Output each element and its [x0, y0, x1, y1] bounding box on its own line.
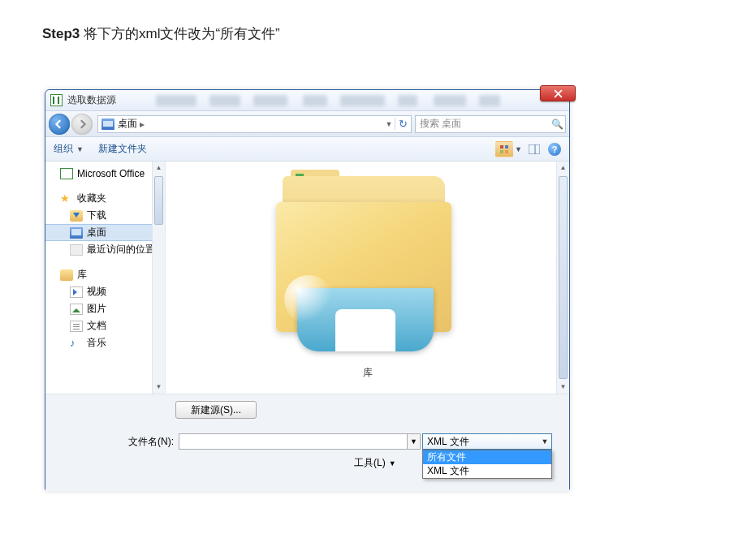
dialog-footer: 新建源(S)... 文件名(N): ▼ XML 文件 ▼ 所有文件XML 文件 …: [45, 394, 569, 491]
breadcrumb-separator: ▸: [137, 118, 147, 130]
scroll-up-icon[interactable]: ▲: [557, 162, 569, 174]
sidebar-item-label: 收藏夹: [77, 192, 106, 205]
desktop-icon: [70, 227, 83, 239]
sidebar-item-label: 图片: [87, 302, 106, 316]
svg-rect-3: [505, 150, 508, 153]
chevron-down-icon: ▼: [538, 437, 551, 446]
svg-rect-4: [529, 144, 540, 154]
library-folder-icon[interactable]: [276, 170, 459, 348]
scroll-down-icon[interactable]: ▼: [153, 381, 165, 394]
titlebar: 选取数据源: [45, 90, 569, 111]
file-type-dropdown: 所有文件XML 文件: [422, 450, 552, 479]
arrow-right-icon: [77, 119, 87, 129]
app-icon: [50, 94, 63, 106]
nav-bar: 桌面 ▸ ▼ ↻ 搜索 桌面 🔍: [45, 111, 569, 137]
preview-pane-button[interactable]: [525, 141, 543, 157]
chevron-down-icon: ▼: [76, 145, 84, 153]
scroll-thumb[interactable]: [559, 176, 568, 379]
sidebar-item-label: Microsoft Office: [77, 168, 145, 179]
excel-icon: [60, 168, 73, 179]
music-icon: ♪: [70, 338, 83, 349]
window-title: 选取数据源: [67, 93, 116, 107]
sidebar-item[interactable]: 最近访问的位置: [45, 241, 165, 258]
svg-rect-0: [500, 145, 503, 149]
instruction-text: 将下方的xml文件改为“所有文件”: [80, 26, 279, 41]
filter-current-value: XML 文件: [427, 435, 469, 449]
filter-option[interactable]: 所有文件: [423, 450, 551, 464]
view-icon: [499, 144, 509, 154]
navigation-sidebar: Microsoft Office★收藏夹下载桌面最近访问的位置库视频图片文档♪音…: [45, 162, 166, 394]
dialog-body: Microsoft Office★收藏夹下载桌面最近访问的位置库视频图片文档♪音…: [45, 162, 569, 394]
doc-icon: [70, 321, 83, 332]
new-folder-button[interactable]: 新建文件夹: [98, 142, 147, 156]
breadcrumb-dropdown-icon[interactable]: ▼: [383, 120, 395, 128]
file-open-dialog: 选取数据源 桌面 ▸ ▼ ↻ 搜索 桌面 🔍: [45, 89, 570, 491]
sidebar-item-label: 视频: [87, 285, 106, 299]
sidebar-item[interactable]: 桌面: [45, 224, 165, 241]
help-button[interactable]: ?: [548, 143, 561, 156]
new-source-button[interactable]: 新建源(S)...: [175, 401, 257, 419]
scroll-thumb[interactable]: [154, 176, 163, 225]
content-pane[interactable]: 库 ▲ ▼: [166, 162, 569, 394]
instruction-step: Step3: [42, 26, 80, 41]
search-icon: 🔍: [549, 118, 565, 130]
file-type-filter[interactable]: XML 文件 ▼: [422, 433, 552, 450]
scroll-down-icon[interactable]: ▼: [557, 381, 569, 394]
lib-icon: [60, 269, 73, 281]
recent-icon: [70, 244, 83, 256]
close-icon: [554, 89, 563, 98]
sidebar-item-label: 音乐: [87, 336, 106, 350]
content-scrollbar[interactable]: ▲ ▼: [556, 162, 569, 394]
sidebar-item[interactable]: 库: [45, 266, 165, 283]
nav-forward-button[interactable]: [71, 114, 93, 135]
video-icon: [70, 286, 83, 298]
filename-label: 文件名(N):: [127, 435, 174, 449]
arrow-left-icon: [54, 119, 64, 129]
sidebar-item[interactable]: 图片: [45, 300, 165, 317]
star-icon: ★: [60, 193, 73, 205]
tools-menu[interactable]: 工具(L)▼: [354, 456, 396, 470]
filter-option[interactable]: XML 文件: [423, 464, 551, 478]
search-placeholder: 搜索 桌面: [416, 117, 461, 131]
sidebar-item-label: 文档: [87, 319, 106, 333]
pic-icon: [70, 304, 83, 315]
svg-rect-1: [505, 145, 508, 149]
scroll-up-icon[interactable]: ▲: [153, 162, 165, 174]
nav-back-button[interactable]: [49, 114, 70, 135]
chevron-down-icon: ▼: [389, 459, 396, 467]
close-button[interactable]: [540, 85, 576, 101]
dl-icon: [70, 210, 83, 222]
instruction-caption: Step3 将下方的xml文件改为“所有文件”: [42, 24, 280, 43]
view-mode-button[interactable]: [495, 141, 513, 157]
refresh-button[interactable]: ↻: [395, 118, 411, 130]
filename-input[interactable]: [179, 433, 408, 450]
search-input[interactable]: 搜索 桌面 🔍: [415, 115, 566, 133]
sidebar-item[interactable]: ♪音乐: [45, 334, 165, 351]
sidebar-item-label: 桌面: [87, 226, 106, 239]
sidebar-item[interactable]: 文档: [45, 317, 165, 334]
sidebar-item-label: 库: [77, 268, 87, 282]
sidebar-item-label: 最近访问的位置: [87, 243, 155, 256]
location-icon: [101, 118, 114, 130]
background-blur: [149, 90, 533, 111]
sidebar-item[interactable]: ★收藏夹: [45, 190, 165, 207]
organize-menu[interactable]: 组织▼: [54, 142, 84, 156]
sidebar-scrollbar[interactable]: ▲ ▼: [152, 162, 165, 394]
sidebar-item[interactable]: 下载: [45, 207, 165, 224]
breadcrumb-location: 桌面: [118, 117, 137, 131]
sidebar-item[interactable]: Microsoft Office: [45, 165, 165, 182]
svg-rect-2: [500, 150, 503, 153]
breadcrumb-bar[interactable]: 桌面 ▸ ▼ ↻: [97, 115, 412, 133]
toolbar: 组织▼ 新建文件夹 ▼ ?: [45, 137, 569, 162]
sidebar-item-label: 下载: [87, 209, 106, 222]
chevron-down-icon[interactable]: ▼: [515, 145, 522, 153]
item-label: 库: [363, 366, 373, 380]
sidebar-item[interactable]: 视频: [45, 283, 165, 300]
filename-dropdown-icon[interactable]: ▼: [408, 433, 421, 450]
preview-pane-icon: [529, 144, 540, 154]
